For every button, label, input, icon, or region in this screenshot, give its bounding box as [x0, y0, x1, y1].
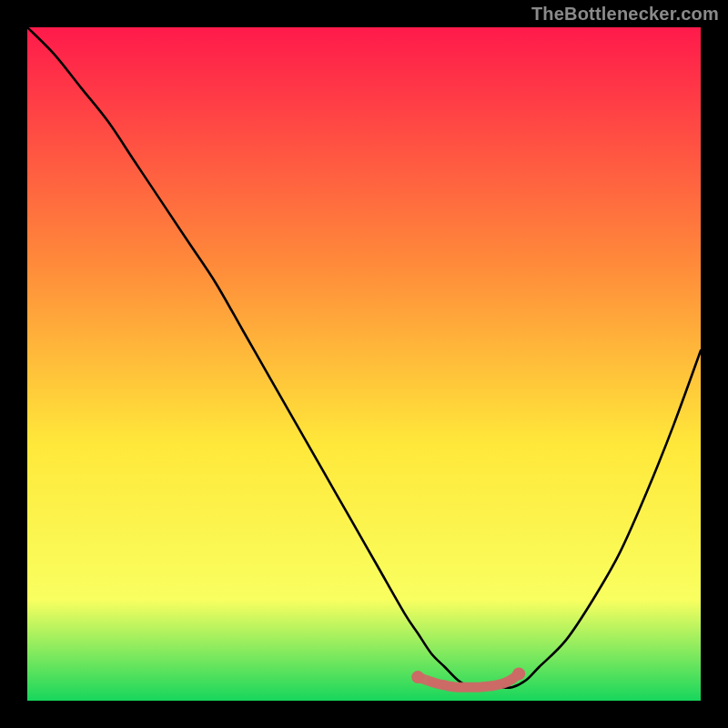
chart-frame: TheBottlenecker.com	[0, 0, 728, 728]
attribution-text: TheBottlenecker.com	[531, 4, 719, 25]
chart-svg	[27, 27, 701, 701]
svg-point-14	[512, 667, 525, 680]
gradient-background	[27, 27, 701, 701]
plot-area	[27, 27, 701, 701]
svg-point-0	[411, 671, 424, 683]
